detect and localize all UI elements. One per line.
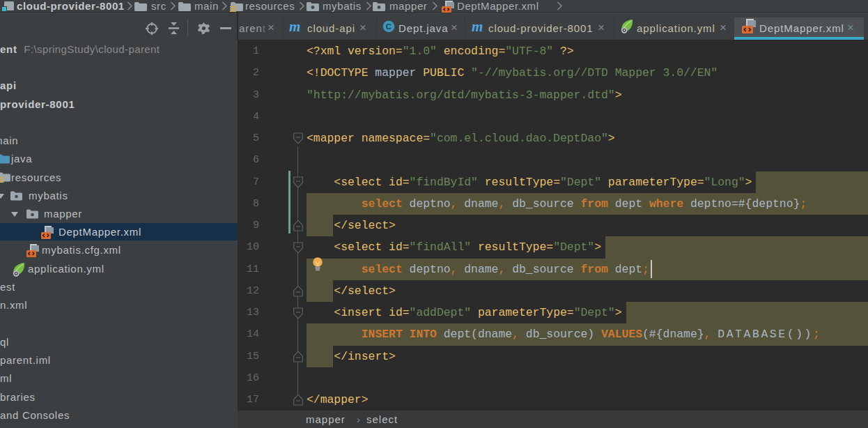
svg-text:C: C <box>386 22 392 31</box>
